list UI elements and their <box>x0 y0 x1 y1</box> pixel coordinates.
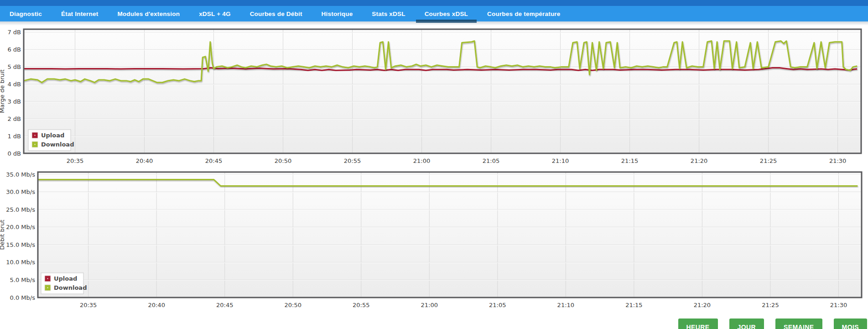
y-tick-label: 2 dB <box>7 115 21 122</box>
y-tick-label: 30.0 Mb/s <box>6 188 35 195</box>
x-tick-label: 21:05 <box>483 157 499 164</box>
x-tick-label: 20:45 <box>205 157 222 164</box>
legend: UploadDownload <box>28 130 74 151</box>
x-tick-label: 20:40 <box>136 157 153 164</box>
range-button-jour[interactable]: JOUR <box>729 319 764 329</box>
y-tick-label: 15.0 Mb/s <box>6 241 35 248</box>
x-tick-label: 21:20 <box>691 157 707 164</box>
x-tick-label: 20:55 <box>344 157 361 164</box>
range-button-semaine[interactable]: SEMAINE <box>775 319 822 329</box>
x-tick-label: 20:40 <box>148 302 165 308</box>
y-tick-label: 0 dB <box>7 150 21 157</box>
x-tick-label: 20:55 <box>353 302 369 308</box>
y-tick-label: 25.0 Mb/s <box>6 206 35 213</box>
page: { "nav": { "active": "courbes-xdsl", "ta… <box>0 0 868 329</box>
x-tick-label: 21:15 <box>625 302 642 308</box>
x-tick-label: 20:50 <box>285 302 301 308</box>
y-tick-label: 5.0 Mb/s <box>10 277 36 283</box>
x-tick-label: 21:30 <box>830 302 847 308</box>
legend-label-download: Download <box>41 141 74 148</box>
legend: UploadDownload <box>41 273 87 294</box>
y-tick-label: 6 dB <box>7 46 21 53</box>
x-tick-label: 21:00 <box>421 302 438 308</box>
legend-swatch-dot <box>35 144 36 145</box>
legend-label-upload: Upload <box>54 275 77 282</box>
time-range-buttons: HEUREJOURSEMAINEMOIS <box>678 319 868 329</box>
x-tick-label: 21:10 <box>557 302 574 308</box>
x-tick-label: 21:15 <box>621 157 638 164</box>
x-tick-label: 21:20 <box>694 302 711 308</box>
legend-label-download: Download <box>54 284 87 291</box>
y-tick-label: 5 dB <box>7 63 21 70</box>
y-tick-label: 3 dB <box>7 98 21 105</box>
x-tick-label: 21:00 <box>413 157 430 164</box>
range-button-heure[interactable]: HEURE <box>678 319 718 329</box>
y-tick-label: 4 dB <box>7 81 21 88</box>
x-tick-label: 20:35 <box>80 302 97 308</box>
x-tick-label: 20:35 <box>67 157 83 164</box>
x-tick-label: 21:30 <box>829 157 846 164</box>
legend-swatch-dot <box>47 278 48 279</box>
legend-swatch-dot <box>47 287 48 288</box>
y-tick-label: 0.0 Mb/s <box>10 294 36 301</box>
legend-label-upload: Upload <box>41 132 64 139</box>
x-tick-label: 20:45 <box>216 302 233 308</box>
chart-raw-rate: 0.0 Mb/s5.0 Mb/s10.0 Mb/s15.0 Mb/s20.0 M… <box>0 171 862 308</box>
plot-area <box>38 172 862 298</box>
y-tick-label: 10.0 Mb/s <box>6 259 35 266</box>
y-tick-label: 1 dB <box>7 133 21 140</box>
x-tick-label: 21:25 <box>762 302 779 308</box>
y-tick-label: 35.0 Mb/s <box>6 171 35 178</box>
y-axis-title: Marge de bruit <box>0 69 5 113</box>
x-tick-label: 20:50 <box>275 157 291 164</box>
xdsl-charts: 0 dB1 dB2 dB3 dB4 dB5 dB6 dB7 dB20:3520:… <box>0 0 868 329</box>
range-button-mois[interactable]: MOIS <box>834 319 867 329</box>
y-tick-label: 7 dB <box>7 29 21 36</box>
chart-noise-margin: 0 dB1 dB2 dB3 dB4 dB5 dB6 dB7 dB20:3520:… <box>0 29 861 164</box>
y-axis-title: Débit brut <box>0 219 5 250</box>
y-tick-label: 20.0 Mb/s <box>6 224 35 230</box>
x-tick-label: 21:05 <box>489 302 506 308</box>
x-tick-label: 21:10 <box>552 157 569 164</box>
legend-swatch-dot <box>35 135 36 136</box>
x-tick-label: 21:25 <box>760 157 777 164</box>
